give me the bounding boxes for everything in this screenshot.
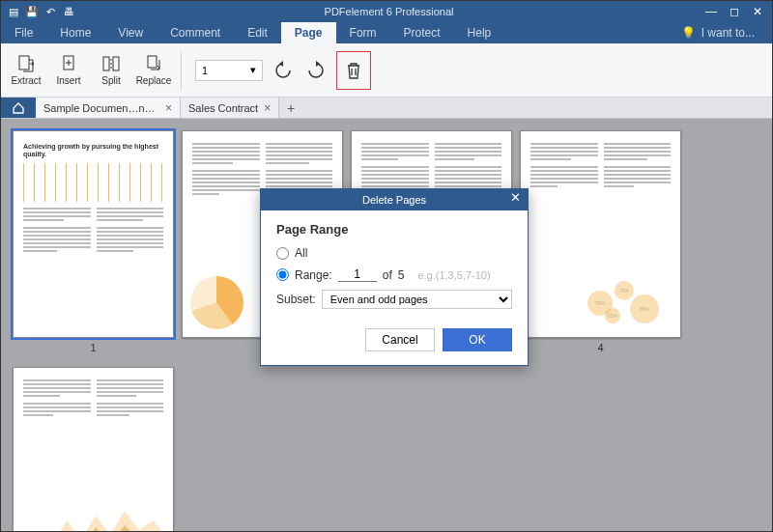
rotate-cw-button[interactable] (303, 58, 329, 83)
delete-pages-dialog: Delete Pages ✕ Page Range All Range: of … (260, 188, 529, 366)
menu-protect[interactable]: Protect (390, 22, 454, 43)
page-number-value: 1 (202, 65, 208, 76)
radio-all-label: All (295, 246, 307, 260)
menu-view[interactable]: View (104, 22, 157, 43)
subset-select[interactable]: Even and odd pages (322, 290, 512, 309)
svg-rect-4 (148, 56, 157, 68)
menu-home[interactable]: Home (46, 22, 104, 43)
subset-label: Subset: (276, 293, 316, 306)
title-bar: ▤ 💾 ↶ 🖶 PDFelement 6 Professional — ◻ ✕ (1, 1, 772, 22)
split-label: Split (101, 75, 120, 86)
new-tab-button[interactable]: + (279, 98, 302, 118)
extract-label: Extract (11, 75, 41, 86)
trash-icon (345, 61, 362, 80)
document-tab[interactable]: Sample Documen…nded × (36, 98, 181, 118)
document-tab[interactable]: Sales Contract × (181, 98, 279, 118)
radio-range-row[interactable]: Range: of 5 e.g.(1,3,5,7-10) (276, 267, 512, 282)
i-want-label: I want to... (701, 26, 755, 40)
home-tab[interactable] (1, 98, 36, 118)
insert-label: Insert (56, 75, 80, 86)
ribbon-separator (181, 51, 182, 90)
radio-all-row[interactable]: All (276, 246, 512, 260)
split-button[interactable]: Split (92, 48, 130, 93)
menu-comment[interactable]: Comment (157, 22, 234, 43)
dialog-overlay: Delete Pages ✕ Page Range All Range: of … (1, 119, 772, 531)
radio-range[interactable] (276, 268, 289, 281)
i-want-to[interactable]: 💡 I want to... (681, 26, 772, 40)
delete-page-button[interactable] (336, 51, 371, 90)
dropdown-icon: ▾ (250, 64, 256, 76)
extract-icon (16, 54, 36, 73)
replace-icon (144, 54, 163, 73)
quick-access-toolbar: ▤ 💾 ↶ 🖶 (1, 6, 81, 18)
ribbon: Extract Insert Split Replace 1 ▾ (1, 43, 772, 98)
split-icon (101, 54, 121, 73)
maximize-button[interactable]: ◻ (724, 5, 745, 18)
minimize-button[interactable]: — (701, 5, 722, 18)
range-total: 5 (398, 268, 405, 282)
menu-file[interactable]: File (1, 22, 46, 43)
svg-rect-0 (19, 56, 29, 70)
svg-rect-2 (103, 57, 109, 70)
replace-button[interactable]: Replace (134, 48, 173, 93)
extract-button[interactable]: Extract (7, 48, 45, 93)
undo-icon[interactable]: ↶ (43, 6, 57, 18)
insert-icon (59, 54, 78, 73)
home-icon (12, 101, 25, 115)
dialog-title: Delete Pages (362, 194, 426, 206)
dialog-footer: Cancel OK (261, 319, 528, 365)
save-icon[interactable]: 💾 (25, 6, 39, 18)
document-tab-strip: Sample Documen…nded × Sales Contract × + (1, 98, 772, 119)
subset-row: Subset: Even and odd pages (276, 290, 512, 309)
page-thumbnail-workspace: Achieving growth by pursuing the highest… (1, 119, 772, 531)
tab-title: Sample Documen…nded (43, 102, 159, 114)
replace-label: Replace (136, 75, 172, 86)
tab-title: Sales Contract (188, 102, 258, 114)
window-controls: — ◻ ✕ (697, 5, 772, 18)
radio-range-label: Range: (295, 268, 332, 282)
lightbulb-icon: 💡 (681, 26, 696, 40)
range-hint: e.g.(1,3,5,7-10) (417, 269, 490, 281)
page-number-input[interactable]: 1 ▾ (195, 60, 263, 81)
rotate-ccw-button[interactable] (271, 58, 296, 83)
insert-button[interactable]: Insert (49, 48, 88, 93)
radio-all[interactable] (276, 247, 289, 260)
svg-rect-3 (113, 57, 119, 70)
menu-edit[interactable]: Edit (234, 22, 281, 43)
menu-bar: File Home View Comment Edit Page Form Pr… (1, 22, 772, 43)
dialog-body: Page Range All Range: of 5 e.g.(1,3,5,7-… (261, 210, 528, 319)
cancel-button[interactable]: Cancel (365, 328, 435, 351)
close-button[interactable]: ✕ (747, 5, 768, 18)
range-from-input[interactable] (338, 267, 377, 282)
tab-close-icon[interactable]: × (165, 101, 172, 115)
print-icon[interactable]: 🖶 (62, 6, 75, 18)
menu-form[interactable]: Form (336, 22, 390, 43)
tab-close-icon[interactable]: × (264, 101, 271, 115)
ok-button[interactable]: OK (443, 328, 512, 351)
dialog-title-bar[interactable]: Delete Pages ✕ (261, 189, 528, 210)
range-of-label: of (383, 268, 392, 282)
menu-help[interactable]: Help (454, 22, 505, 43)
menu-page[interactable]: Page (281, 22, 336, 43)
dialog-close-button[interactable]: ✕ (506, 190, 524, 208)
app-menu-icon[interactable]: ▤ (7, 6, 20, 18)
dialog-heading: Page Range (276, 222, 512, 237)
app-title: PDFelement 6 Professional (81, 6, 697, 17)
